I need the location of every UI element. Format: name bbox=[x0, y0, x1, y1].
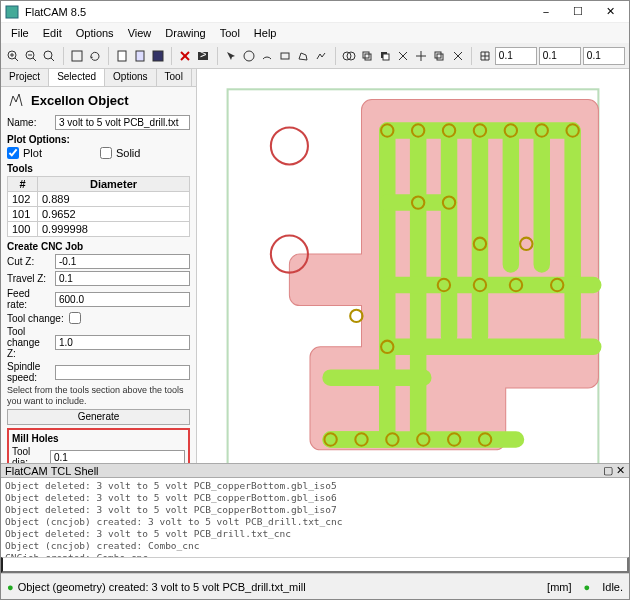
solid-checkbox[interactable] bbox=[100, 147, 112, 159]
tools-th-dia: Diameter bbox=[38, 177, 190, 192]
tc-label: Tool change: bbox=[7, 313, 65, 324]
shell-input[interactable] bbox=[1, 557, 629, 573]
feed-input[interactable] bbox=[55, 292, 190, 307]
tcl-shell: FlatCAM TCL Shell ▢ ✕ Object deleted: 3 … bbox=[1, 463, 629, 573]
zoom-fit-icon[interactable] bbox=[41, 47, 57, 65]
svg-rect-19 bbox=[281, 53, 289, 59]
plot-checkbox[interactable] bbox=[7, 147, 19, 159]
spindle-label: Spindle speed: bbox=[7, 361, 51, 383]
path-icon[interactable] bbox=[313, 47, 329, 65]
canvas[interactable]: 0 50 bbox=[197, 69, 629, 463]
select-icon[interactable] bbox=[222, 47, 238, 65]
travelz-input[interactable] bbox=[55, 271, 190, 286]
menu-tool[interactable]: Tool bbox=[214, 25, 246, 41]
minimize-button[interactable]: − bbox=[531, 2, 561, 22]
menu-help[interactable]: Help bbox=[248, 25, 283, 41]
window-title: FlatCAM 8.5 bbox=[25, 6, 531, 18]
svg-text:>: > bbox=[200, 49, 206, 60]
svg-rect-23 bbox=[365, 54, 371, 60]
cutz-input[interactable] bbox=[55, 254, 190, 269]
save-geo-icon[interactable] bbox=[150, 47, 166, 65]
menu-drawing[interactable]: Drawing bbox=[159, 25, 211, 41]
panel-body: Excellon Object Name: Plot Options: Plot… bbox=[1, 87, 196, 463]
grid-icon[interactable] bbox=[477, 47, 493, 65]
tabs: Project Selected Options Tool bbox=[1, 69, 196, 87]
table-row: 1000.999998 bbox=[8, 222, 190, 237]
name-input[interactable] bbox=[55, 115, 190, 130]
tcz-label: Tool change Z: bbox=[7, 326, 51, 359]
zoom-in-icon[interactable] bbox=[5, 47, 21, 65]
left-panel: Project Selected Options Tool Excellon O… bbox=[1, 69, 197, 463]
arc-icon[interactable] bbox=[259, 47, 275, 65]
replot-icon[interactable] bbox=[87, 47, 103, 65]
travelz-label: Travel Z: bbox=[7, 273, 51, 284]
shell-controls[interactable]: ▢ ✕ bbox=[603, 464, 625, 477]
move-icon[interactable] bbox=[413, 47, 429, 65]
menu-options[interactable]: Options bbox=[70, 25, 120, 41]
maximize-button[interactable]: ☐ bbox=[563, 2, 593, 22]
spindle-input[interactable] bbox=[55, 365, 190, 380]
svg-point-31 bbox=[271, 127, 308, 164]
shell-icon[interactable]: > bbox=[195, 47, 211, 65]
svg-line-2 bbox=[15, 58, 18, 61]
union-icon[interactable] bbox=[340, 47, 356, 65]
svg-point-48 bbox=[350, 310, 362, 322]
tab-options[interactable]: Options bbox=[105, 69, 156, 86]
svg-rect-12 bbox=[136, 51, 144, 61]
pcb-plot: 0 50 bbox=[207, 79, 619, 463]
status-ok-icon: ● bbox=[7, 581, 14, 593]
new-geo-icon[interactable] bbox=[114, 47, 130, 65]
status-units: [mm] bbox=[547, 581, 571, 593]
menu-view[interactable]: View bbox=[122, 25, 158, 41]
generate-cnc-button[interactable]: Generate bbox=[7, 409, 190, 425]
status-idle: Idle. bbox=[602, 581, 623, 593]
mill-section: Mill Holes bbox=[12, 433, 185, 444]
shell-body[interactable]: Object deleted: 3 volt to 5 volt PCB_cop… bbox=[1, 478, 629, 557]
app-icon bbox=[5, 5, 19, 19]
polygon-icon[interactable] bbox=[295, 47, 311, 65]
tc-checkbox[interactable] bbox=[69, 312, 81, 324]
edit-geo-icon[interactable] bbox=[132, 47, 148, 65]
titlebar: FlatCAM 8.5 − ☐ ✕ bbox=[1, 1, 629, 23]
intersect-icon[interactable] bbox=[359, 47, 375, 65]
excellon-icon bbox=[7, 91, 25, 109]
subtract-icon[interactable] bbox=[377, 47, 393, 65]
toolbar: > bbox=[1, 43, 629, 69]
svg-rect-0 bbox=[6, 6, 18, 18]
tab-project[interactable]: Project bbox=[1, 69, 49, 86]
tab-tool[interactable]: Tool bbox=[157, 69, 192, 86]
table-row: 1020.889 bbox=[8, 192, 190, 207]
svg-line-9 bbox=[51, 58, 54, 61]
close-button[interactable]: ✕ bbox=[595, 2, 625, 22]
tcz-input[interactable] bbox=[55, 335, 190, 350]
svg-point-8 bbox=[44, 51, 52, 59]
rect-icon[interactable] bbox=[277, 47, 293, 65]
tooldia-label: Tool dia: bbox=[12, 446, 46, 463]
main: Project Selected Options Tool Excellon O… bbox=[1, 69, 629, 463]
plot-options-section: Plot Options: bbox=[7, 134, 190, 145]
tooldia-input[interactable] bbox=[50, 450, 185, 464]
table-row: 1010.9652 bbox=[8, 207, 190, 222]
copy-icon[interactable] bbox=[431, 47, 447, 65]
circle-icon[interactable] bbox=[241, 47, 257, 65]
svg-rect-22 bbox=[363, 52, 369, 58]
clear-plot-icon[interactable] bbox=[68, 47, 84, 65]
grid-x-input[interactable] bbox=[495, 47, 537, 65]
delete-shape-icon[interactable] bbox=[450, 47, 466, 65]
svg-rect-26 bbox=[435, 52, 441, 58]
tab-selected[interactable]: Selected bbox=[49, 69, 105, 86]
zoom-out-icon[interactable] bbox=[23, 47, 39, 65]
grid-z-input[interactable] bbox=[583, 47, 625, 65]
delete-icon[interactable] bbox=[177, 47, 193, 65]
menu-file[interactable]: File bbox=[5, 25, 35, 41]
status-message: Object (geometry) created: 3 volt to 5 v… bbox=[18, 581, 306, 593]
svg-rect-25 bbox=[383, 54, 389, 60]
tools-table[interactable]: #Diameter 1020.889 1010.9652 1000.999998 bbox=[7, 176, 190, 237]
grid-y-input[interactable] bbox=[539, 47, 581, 65]
svg-rect-13 bbox=[153, 51, 163, 61]
menu-edit[interactable]: Edit bbox=[37, 25, 68, 41]
status-idle-icon: ● bbox=[584, 581, 591, 593]
cut-icon[interactable] bbox=[395, 47, 411, 65]
svg-rect-27 bbox=[437, 54, 443, 60]
shell-title: FlatCAM TCL Shell bbox=[5, 465, 99, 477]
